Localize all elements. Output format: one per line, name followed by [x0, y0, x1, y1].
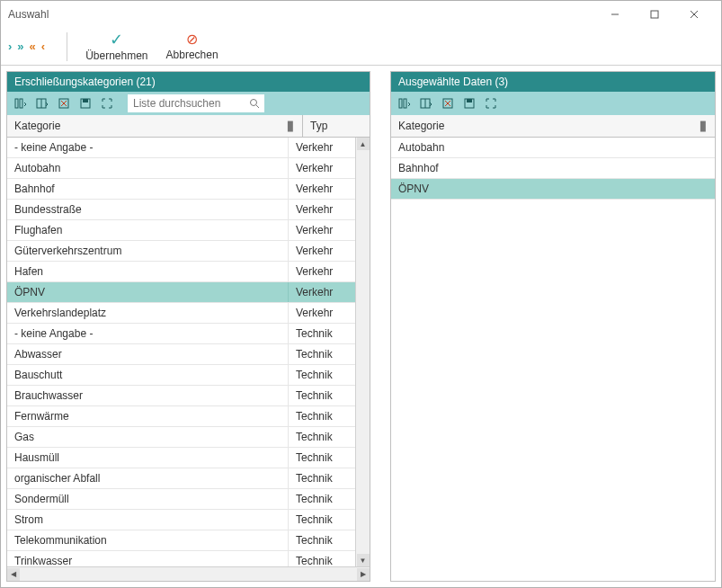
right-table-body: AutobahnBahnhofÖPNV — [391, 138, 715, 581]
left-table-header: Kategorie ▊ Typ — [7, 115, 370, 138]
svg-rect-5 — [20, 99, 22, 108]
table-row[interactable]: BahnhofVerkehr — [7, 179, 355, 200]
maximize-button[interactable] — [635, 1, 674, 28]
table-row[interactable]: BrauchwasserTechnik — [7, 386, 355, 406]
cell-typ: Verkehr — [289, 282, 355, 302]
scroll-right-icon[interactable]: ▶ — [357, 568, 370, 581]
clear-filter-icon[interactable] — [440, 95, 456, 111]
cell-typ: Technik — [289, 386, 355, 405]
table-row[interactable]: BauschuttTechnik — [7, 365, 355, 386]
table-row[interactable]: - keine Angabe -Technik — [7, 324, 355, 344]
layout-icon[interactable] — [34, 95, 50, 111]
left-col-header-typ[interactable]: Typ — [303, 115, 370, 137]
fullscreen-icon[interactable] — [483, 95, 499, 111]
left-col-header-kategorie[interactable]: Kategorie ▊ — [7, 115, 303, 137]
fullscreen-icon[interactable] — [99, 95, 115, 111]
cell-typ: Technik — [289, 448, 355, 468]
cell-typ: Technik — [289, 344, 355, 364]
table-row[interactable]: GasTechnik — [7, 427, 355, 448]
save-layout-icon[interactable] — [77, 95, 94, 111]
apply-label: Übernehmen — [85, 49, 147, 62]
table-row[interactable]: VerkehrslandeplatzVerkehr — [7, 303, 355, 324]
table-row[interactable]: Autobahn — [391, 138, 715, 158]
cancel-icon: ⊘ — [186, 32, 198, 47]
table-row[interactable]: TrinkwasserTechnik — [7, 551, 355, 566]
cancel-label: Abbrechen — [166, 49, 218, 61]
cell-typ: Technik — [289, 468, 355, 488]
cancel-button[interactable]: ⊘ Abbrechen — [157, 31, 227, 63]
cell-typ: Verkehr — [289, 200, 355, 219]
search-button[interactable] — [245, 94, 264, 112]
cell-kategorie: Autobahn — [7, 158, 289, 178]
nav-prev-icon[interactable]: ‹ — [41, 40, 45, 52]
cell-kategorie: organischer Abfall — [7, 468, 289, 488]
cell-kategorie: - keine Angabe - — [7, 324, 289, 343]
right-panel-toolbar — [391, 92, 715, 115]
cell-kategorie: - keine Angabe - — [7, 138, 289, 157]
table-row[interactable]: FernwärmeTechnik — [7, 406, 355, 427]
apply-button[interactable]: ✓ Übernehmen — [76, 30, 156, 64]
svg-line-14 — [256, 105, 259, 108]
svg-rect-1 — [651, 11, 658, 18]
nav-next-icon[interactable]: › — [8, 40, 12, 52]
table-row[interactable]: BundesstraßeVerkehr — [7, 200, 355, 220]
nav-fast-next-icon[interactable]: » — [17, 40, 23, 52]
table-row[interactable]: - keine Angabe -Verkehr — [7, 138, 355, 158]
right-col-header-kategorie[interactable]: Kategorie ▊ — [391, 115, 715, 137]
check-icon: ✓ — [110, 31, 123, 48]
search-input[interactable] — [128, 94, 245, 112]
filter-icon[interactable]: ▊ — [700, 121, 708, 131]
left-col-kategorie-label: Kategorie — [14, 120, 60, 132]
toolbar: › » « ‹ ✓ Übernehmen ⊘ Abbrechen — [1, 28, 721, 66]
left-horizontal-scrollbar[interactable]: ◀ ▶ — [7, 566, 370, 581]
table-row[interactable]: AutobahnVerkehr — [7, 158, 355, 179]
scroll-left-icon[interactable]: ◀ — [7, 568, 20, 581]
table-row[interactable]: AbwasserTechnik — [7, 344, 355, 365]
columns-icon[interactable] — [13, 95, 29, 111]
table-row[interactable]: SondermüllTechnik — [7, 489, 355, 510]
table-row[interactable]: FlughafenVerkehr — [7, 220, 355, 241]
table-row[interactable]: HafenVerkehr — [7, 262, 355, 282]
table-row[interactable]: StromTechnik — [7, 510, 355, 530]
cell-typ: Technik — [289, 510, 355, 530]
cell-kategorie: Fernwärme — [7, 406, 289, 426]
cell-kategorie: Bundesstraße — [7, 200, 289, 219]
cell-typ: Technik — [289, 551, 355, 566]
cell-kategorie: Abwasser — [7, 344, 289, 364]
svg-rect-23 — [467, 99, 472, 102]
cell-typ: Verkehr — [289, 241, 355, 261]
table-row[interactable]: TelekommunikationTechnik — [7, 530, 355, 551]
left-panel-toolbar — [7, 92, 370, 115]
cell-kategorie: Telekommunikation — [7, 530, 289, 550]
left-panel-header: Erschließungskategorien (21) — [7, 72, 370, 92]
table-row[interactable]: GüterverkehrszentrumVerkehr — [7, 241, 355, 262]
right-table-header: Kategorie ▊ — [391, 115, 715, 138]
scroll-up-icon[interactable]: ▲ — [357, 138, 370, 150]
table-row[interactable]: HausmüllTechnik — [7, 448, 355, 468]
clear-filter-icon[interactable] — [56, 95, 72, 111]
filter-icon[interactable]: ▊ — [288, 121, 295, 131]
svg-rect-12 — [83, 99, 88, 102]
cell-typ: Verkehr — [289, 158, 355, 178]
nav-fast-prev-icon[interactable]: « — [30, 40, 36, 52]
minimize-button[interactable] — [595, 1, 635, 28]
columns-icon[interactable] — [397, 95, 413, 111]
save-layout-icon[interactable] — [461, 95, 477, 111]
table-row[interactable]: ÖPNVVerkehr — [7, 282, 355, 303]
scroll-down-icon[interactable]: ▼ — [357, 554, 370, 566]
cell-typ: Verkehr — [289, 303, 355, 323]
toolbar-separator — [67, 32, 67, 61]
layout-icon[interactable] — [418, 95, 434, 111]
window-title: Auswahl — [8, 8, 595, 21]
table-row[interactable]: Bahnhof — [391, 158, 715, 179]
close-button[interactable] — [674, 1, 714, 28]
left-vertical-scrollbar[interactable]: ▲ ▼ — [355, 138, 370, 566]
left-table-body: - keine Angabe -VerkehrAutobahnVerkehrBa… — [7, 138, 370, 566]
left-panel: Erschließungskategorien (21) — [6, 71, 370, 582]
table-row[interactable]: ÖPNV — [391, 179, 715, 200]
table-row[interactable]: organischer AbfallTechnik — [7, 468, 355, 489]
scroll-track[interactable] — [20, 570, 357, 579]
cell-kategorie: Strom — [7, 510, 289, 530]
cell-typ: Verkehr — [289, 220, 355, 240]
left-col-typ-label: Typ — [310, 120, 327, 132]
